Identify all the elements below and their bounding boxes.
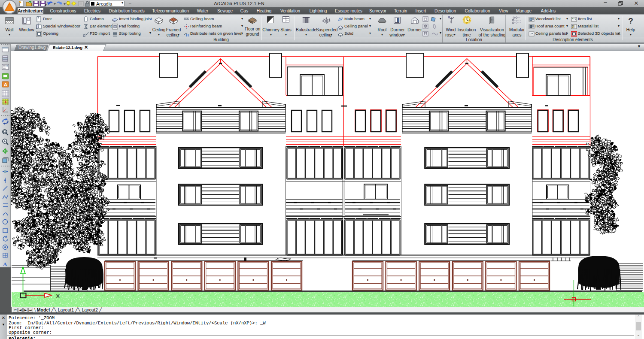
svg-text:A: A bbox=[3, 261, 7, 267]
svg-text:X: X bbox=[56, 293, 60, 300]
svg-text:A: A bbox=[4, 82, 7, 87]
